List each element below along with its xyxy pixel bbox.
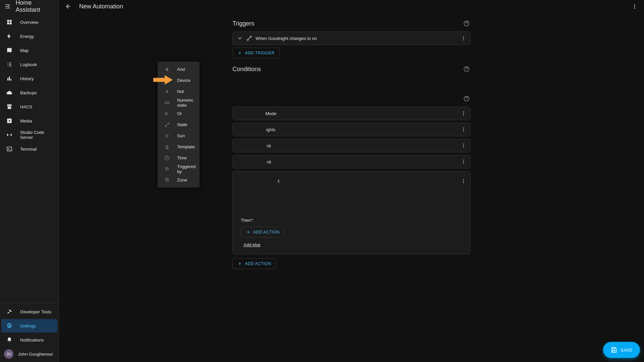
svg-point-21 — [463, 111, 464, 112]
action-summary: Mode — [246, 111, 458, 116]
user-name: John Goughenour — [18, 352, 53, 357]
triggers-heading: Triggers — [232, 20, 254, 27]
braces-icon: {} — [163, 144, 171, 149]
condition-option-numeric[interactable]: 123Numeric state — [158, 97, 200, 108]
terminal-icon — [5, 145, 13, 153]
bell-icon — [5, 336, 13, 344]
sidebar-item-hacs[interactable]: HACS — [1, 100, 57, 113]
dashboard-icon — [5, 18, 13, 26]
id-icon: ID — [163, 167, 171, 171]
avatar: JG — [4, 349, 13, 359]
svg-rect-6 — [10, 79, 11, 81]
vscode-icon — [5, 131, 13, 139]
card-menu-button[interactable] — [461, 127, 466, 132]
save-button[interactable]: SAVE — [603, 342, 640, 358]
svg-point-27 — [463, 144, 464, 144]
svg-point-11 — [634, 6, 635, 7]
svg-rect-1 — [10, 20, 12, 22]
condition-option-zone[interactable]: Zone — [158, 174, 200, 186]
add-trigger-label: ADD TRIGGER — [245, 51, 275, 55]
sidebar-item-label: Energy — [20, 34, 34, 39]
svg-point-25 — [463, 129, 464, 130]
action-card[interactable]: Mode — [232, 107, 471, 120]
sidebar-item-label: Settings — [20, 323, 36, 328]
svg-point-17 — [463, 38, 464, 39]
option-label: Or — [177, 111, 182, 116]
sidebar-item-energy[interactable]: Energy — [1, 30, 57, 43]
trigger-card[interactable]: When Goodnight changes to on — [232, 32, 471, 45]
chart-icon — [5, 74, 13, 83]
sidebar-item-label: Studio Code Server — [20, 130, 53, 140]
svg-point-22 — [463, 113, 464, 114]
help-icon[interactable] — [463, 95, 471, 103]
help-icon[interactable] — [463, 19, 471, 28]
card-menu-button[interactable] — [461, 143, 466, 148]
menu-toggle-icon[interactable] — [4, 2, 11, 10]
action-summary: ights — [246, 127, 458, 132]
condition-option-state[interactable]: State — [158, 119, 200, 130]
svg-point-9 — [9, 325, 10, 327]
sidebar-item-settings[interactable]: Settings — [1, 319, 57, 332]
option-label: Sun — [177, 133, 185, 138]
svg-point-24 — [463, 127, 464, 128]
sidebar-item-code[interactable]: Studio Code Server — [1, 128, 57, 142]
condition-option-or[interactable]: Or — [158, 108, 200, 119]
card-menu-button[interactable] — [461, 159, 466, 164]
option-label: State — [177, 122, 187, 127]
chevron-down-icon[interactable] — [237, 35, 243, 41]
svg-point-42 — [167, 179, 168, 180]
sidebar-item-devtools[interactable]: Developer Tools — [1, 305, 57, 318]
condition-option-and[interactable]: &And — [158, 64, 200, 75]
card-menu-button[interactable] — [461, 36, 466, 41]
plus-icon — [246, 230, 251, 235]
svg-point-23 — [463, 114, 464, 115]
back-button[interactable] — [64, 2, 72, 10]
condition-option-triggered[interactable]: IDTriggered by — [158, 163, 200, 174]
card-menu-button[interactable] — [461, 178, 466, 184]
svg-rect-2 — [7, 22, 9, 24]
condition-option-template[interactable]: {}Template — [158, 141, 200, 152]
svg-rect-0 — [7, 20, 9, 22]
svg-point-30 — [463, 160, 464, 160]
sidebar-item-terminal[interactable]: Terminal — [1, 142, 57, 156]
action-summary: ck — [246, 143, 458, 148]
condition-option-not[interactable]: ≠Not — [158, 86, 200, 97]
card-menu-button[interactable] — [461, 111, 466, 116]
option-label: Time — [177, 155, 186, 160]
add-trigger-button[interactable]: ADD TRIGGER — [232, 48, 280, 58]
list-icon — [5, 60, 13, 68]
action-card[interactable]: ck — [232, 155, 471, 168]
store-icon — [5, 103, 13, 111]
sidebar-item-map[interactable]: Map — [1, 44, 57, 57]
sidebar-item-label: Terminal — [20, 147, 37, 152]
add-action-button[interactable]: ADD ACTION — [241, 227, 284, 238]
sidebar-item-overview[interactable]: Overview — [1, 15, 57, 29]
save-label: SAVE — [621, 348, 633, 353]
sidebar-user[interactable]: JG John Goughenour — [1, 347, 57, 361]
topbar-menu-button[interactable] — [631, 2, 639, 10]
sidebar-item-media[interactable]: Media — [1, 114, 57, 127]
condition-option-time[interactable]: Time — [158, 152, 200, 163]
sidebar-item-logbook[interactable]: Logbook — [1, 58, 57, 71]
if-summary: f: — [237, 179, 458, 184]
add-action-outer-button[interactable]: ADD ACTION — [232, 258, 276, 269]
condition-option-sun[interactable]: Sun — [158, 130, 200, 141]
add-else-link[interactable]: Add else — [244, 242, 261, 247]
action-card[interactable]: ights — [232, 123, 471, 136]
svg-rect-5 — [9, 76, 10, 81]
plus-icon — [237, 51, 242, 55]
action-card[interactable]: ck — [232, 139, 471, 152]
sidebar-item-label: HACS — [20, 104, 32, 109]
sidebar-item-label: Overview — [20, 20, 38, 25]
callout-arrow-icon — [153, 75, 173, 85]
help-icon[interactable] — [463, 65, 471, 73]
if-action-card: f: Then*: ADD ACTION Add else — [232, 171, 471, 254]
sidebar-item-label: Backups — [20, 90, 37, 95]
plus-icon — [237, 261, 242, 266]
sidebar-item-label: Media — [20, 118, 32, 123]
sidebar-item-history[interactable]: History — [1, 72, 57, 85]
ampersand-icon: & — [163, 67, 171, 72]
sidebar-item-notifications[interactable]: Notifications — [1, 333, 57, 347]
sidebar-item-label: Developer Tools — [20, 309, 51, 314]
sidebar-item-backups[interactable]: Backups — [1, 86, 57, 99]
